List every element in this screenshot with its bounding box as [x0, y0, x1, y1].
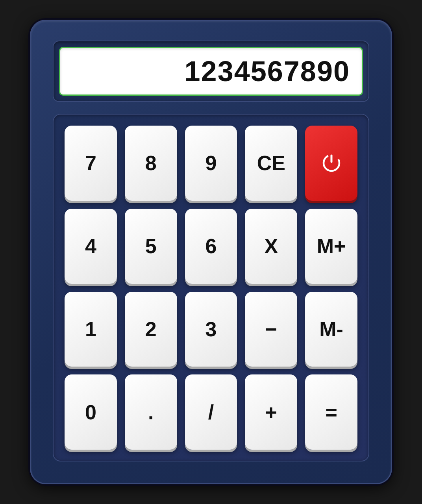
keypad: 7 8 9 CE 4 5 6 X M+ 1 2 [53, 114, 369, 461]
key-plus[interactable]: + [245, 374, 297, 450]
power-icon [320, 152, 343, 174]
key-row-3: 1 2 3 − M- [65, 292, 357, 367]
key-row-1: 7 8 9 CE [65, 126, 357, 201]
key-1[interactable]: 1 [65, 292, 117, 367]
key-equals[interactable]: = [305, 374, 357, 450]
key-row-4: 0 . / + = [65, 374, 357, 450]
key-row-2: 4 5 6 X M+ [65, 209, 357, 284]
key-7[interactable]: 7 [65, 126, 117, 201]
key-ce[interactable]: CE [245, 126, 297, 201]
display-wrapper: 1234567890 [53, 41, 369, 102]
key-multiply[interactable]: X [245, 209, 297, 284]
key-mminus[interactable]: M- [305, 292, 357, 367]
display: 1234567890 [59, 47, 363, 96]
key-0[interactable]: 0 [65, 374, 117, 450]
key-4[interactable]: 4 [65, 209, 117, 284]
key-5[interactable]: 5 [125, 209, 177, 284]
key-mplus[interactable]: M+ [305, 209, 357, 284]
key-8[interactable]: 8 [125, 126, 177, 201]
key-3[interactable]: 3 [185, 292, 237, 367]
key-9[interactable]: 9 [185, 126, 237, 201]
key-dot[interactable]: . [125, 374, 177, 450]
key-minus[interactable]: − [245, 292, 297, 367]
key-divide[interactable]: / [185, 374, 237, 450]
key-power[interactable] [305, 126, 357, 201]
key-6[interactable]: 6 [185, 209, 237, 284]
key-2[interactable]: 2 [125, 292, 177, 367]
calculator: 1234567890 7 8 9 CE 4 5 6 X M+ [30, 20, 392, 484]
